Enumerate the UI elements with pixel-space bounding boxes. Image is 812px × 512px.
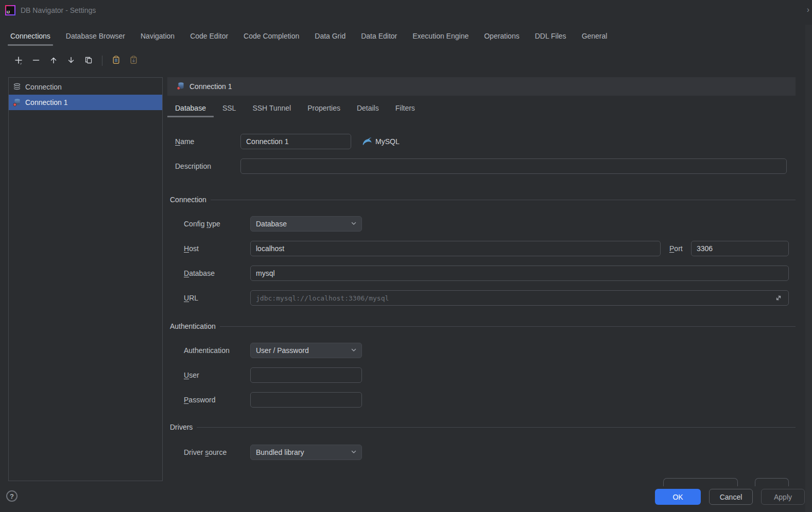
chevron-down-icon [350,448,357,457]
section-connection-label: Connection [170,196,206,204]
tab-general[interactable]: General [582,28,608,46]
config-type-label: Config type [184,216,220,232]
section-divider-line [197,427,796,428]
database-type-label: MySQL [375,134,400,149]
config-type-value: Database [256,220,287,228]
detail-header: Connection 1 [167,77,796,96]
copy-connections-button[interactable] [110,55,122,67]
detail-title: Connection 1 [189,82,232,91]
tab-connections[interactable]: Connections [10,28,50,46]
section-connection: Connection [170,195,796,205]
partially-visible-button-right[interactable] [755,478,789,486]
host-label: Host [184,241,199,256]
tab-navigation[interactable]: Navigation [141,28,175,46]
paste-from-clipboard-icon [129,56,138,66]
tab-overflow-arrow-icon[interactable]: › [807,6,809,14]
description-input[interactable] [240,158,787,174]
database-row: Database [167,266,796,281]
list-item-connection-filter[interactable]: Connection [9,79,162,95]
subtab-ssl[interactable]: SSL [215,101,244,117]
window-title: DB Navigator - Settings [21,6,96,14]
name-label: Name [175,134,194,149]
tab-database-browser[interactable]: Database Browser [66,28,125,46]
driver-source-value: Bundled library [256,448,304,456]
toolbar-separator [102,56,102,66]
list-item-label: Connection 1 [25,98,68,107]
config-type-select[interactable]: Database [250,216,362,232]
database-stack-icon [13,83,21,91]
authentication-row: Authentication User / Password [167,343,796,358]
chevron-down-icon [350,346,357,355]
paste-connections-button[interactable] [128,55,140,67]
tab-operations[interactable]: Operations [484,28,519,46]
move-up-button[interactable] [47,55,59,67]
section-authentication: Authentication [170,321,796,331]
user-row: User [167,367,796,383]
name-input[interactable] [240,134,351,149]
name-row: Name MySQL [167,134,796,149]
remove-icon [32,56,40,66]
connection-toolbar [12,51,140,70]
tab-code-completion[interactable]: Code Completion [244,28,299,46]
config-type-row: Config type Database [167,216,796,232]
remove-connection-button[interactable] [30,55,42,67]
password-input[interactable] [250,392,362,408]
user-label: User [184,367,199,383]
connection-sub-tabs: Database SSL SSH Tunnel Properties Detai… [167,101,423,117]
port-label: Port [669,241,683,256]
section-divider-line [211,200,796,200]
url-label: URL [184,290,198,306]
section-divider-line [220,326,796,327]
partially-visible-button-left[interactable] [663,478,738,486]
ok-button[interactable]: OK [655,489,701,505]
description-row: Description [167,158,796,174]
expand-icon[interactable] [775,294,782,302]
scrollbar[interactable] [805,25,812,512]
tab-data-editor[interactable]: Data Editor [361,28,397,46]
subtab-details[interactable]: Details [349,101,387,117]
list-item-label: Connection [25,83,62,91]
duplicate-connection-button[interactable] [82,55,94,67]
subtab-filters[interactable]: Filters [388,101,423,117]
user-input[interactable] [250,367,362,383]
database-label: Database [184,266,215,281]
mysql-icon [362,136,372,146]
password-label: Password [184,392,215,408]
connection-detail-panel: Connection 1 Database SSL SSH Tunnel Pro… [167,77,796,481]
driver-source-row: Driver source Bundled library [167,445,796,460]
section-authentication-label: Authentication [170,322,216,330]
database-input[interactable] [250,266,789,281]
connection-icon [177,82,185,92]
subtab-ssh-tunnel[interactable]: SSH Tunnel [245,101,299,117]
cancel-button[interactable]: Cancel [709,489,753,505]
apply-button[interactable]: Apply [761,489,805,505]
tab-ddl-files[interactable]: DDL Files [535,28,566,46]
list-item-connection-1[interactable]: Connection 1 [9,95,162,110]
subtab-properties[interactable]: Properties [300,101,348,117]
intellij-logo-icon: IJ [5,5,15,15]
connection-list-panel: Connection Connection 1 [8,77,163,481]
tab-code-editor[interactable]: Code Editor [190,28,228,46]
driver-source-select[interactable]: Bundled library [250,445,362,460]
move-up-icon [49,56,58,66]
authentication-label: Authentication [184,343,230,358]
section-drivers-label: Drivers [170,423,193,431]
authentication-select[interactable]: User / Password [250,343,362,358]
port-input[interactable] [691,241,789,256]
add-connection-button[interactable] [12,55,24,67]
intellij-logo-text: IJ [6,6,14,14]
duplicate-icon [84,56,93,66]
connection-icon [13,98,21,107]
move-down-icon [67,56,75,66]
tab-execution-engine[interactable]: Execution Engine [412,28,469,46]
url-input[interactable] [250,290,789,306]
section-drivers: Drivers [170,422,796,432]
help-button[interactable]: ? [6,490,18,502]
subtab-database[interactable]: Database [167,101,214,117]
password-row: Password [167,392,796,408]
move-down-button[interactable] [65,55,77,67]
authentication-value: User / Password [256,346,309,355]
chevron-down-icon [350,220,357,228]
tab-data-grid[interactable]: Data Grid [315,28,345,46]
host-input[interactable] [250,241,661,256]
